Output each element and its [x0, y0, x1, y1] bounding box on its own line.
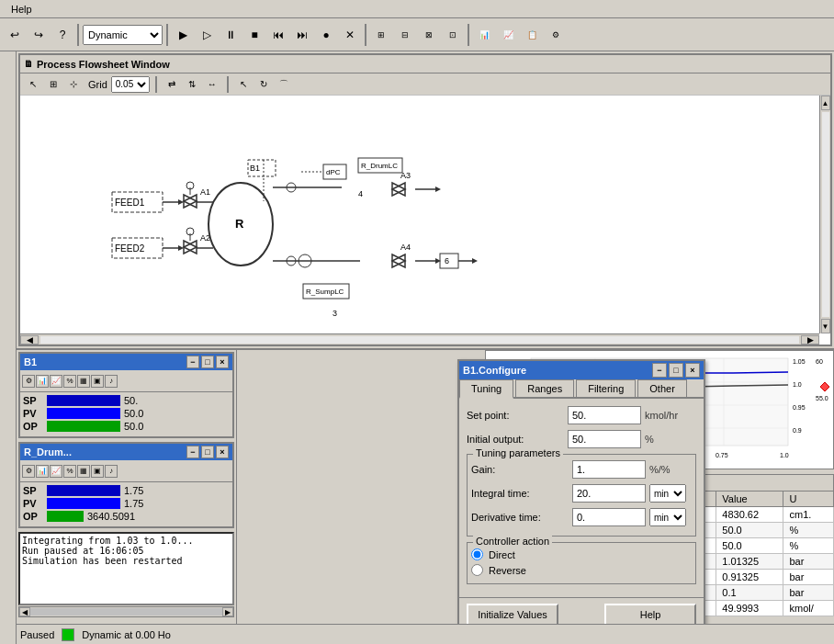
- tb6[interactable]: 📈: [497, 24, 519, 46]
- ctrl2-tb3[interactable]: 📈: [50, 465, 62, 478]
- mode-select[interactable]: Dynamic Steady State: [83, 25, 163, 45]
- toolbar-redo[interactable]: ↪: [28, 24, 50, 46]
- ctrl2-close[interactable]: ×: [216, 446, 229, 458]
- fs-sep2: [227, 76, 229, 93]
- log-scroll-right[interactable]: ▶: [222, 607, 233, 616]
- ctrl1-min[interactable]: −: [186, 356, 199, 368]
- dialog-max[interactable]: □: [669, 363, 683, 378]
- ctrl1-tb2[interactable]: 📊: [36, 375, 49, 388]
- ctrl1-tb3[interactable]: 📈: [50, 375, 62, 388]
- ctrl2-tb2[interactable]: 📊: [36, 465, 49, 478]
- dialog-min[interactable]: −: [652, 363, 667, 378]
- tab-tuning[interactable]: Tuning: [459, 379, 513, 399]
- derivative-input[interactable]: [572, 508, 646, 526]
- ctrl1-tb-music[interactable]: ♪: [105, 375, 118, 388]
- ctrl2-titlebar: R_Drum... − □ ×: [20, 444, 232, 460]
- ctrl2-max[interactable]: □: [201, 446, 214, 458]
- tab-ranges[interactable]: Ranges: [515, 379, 574, 397]
- ctrl1-window: B1 − □ × ⚙ 📊 📈 % ▦ ▣ ♪: [18, 352, 234, 438]
- fs-cursor[interactable]: ↖: [234, 75, 253, 94]
- ctrl1-body: SP 50. PV 50.0 OP 50.0: [20, 392, 232, 436]
- flowsheet-icon: 🗎: [24, 59, 33, 69]
- ctrl1-titlebar: B1 − □ ×: [20, 354, 232, 370]
- initial-output-unit: %: [645, 434, 654, 445]
- ctrl1-tb-percent[interactable]: %: [63, 375, 76, 388]
- dialog-tabs: Tuning Ranges Filtering Other: [459, 379, 704, 399]
- ctrl1-tb4[interactable]: ▦: [77, 375, 90, 388]
- pause-btn[interactable]: ⏸: [220, 24, 242, 46]
- ctrl1-close[interactable]: ×: [216, 356, 229, 368]
- svg-text:6: 6: [445, 256, 449, 266]
- tb5[interactable]: 📊: [473, 24, 495, 46]
- settings-btn[interactable]: ✕: [339, 24, 361, 46]
- toolbar-undo[interactable]: ↩: [4, 24, 26, 46]
- tb4[interactable]: ⊡: [442, 24, 464, 46]
- ctrl2-window: R_Drum... − □ × ⚙ 📊 📈 % ▦ ▣: [18, 442, 234, 528]
- gain-input[interactable]: [572, 460, 646, 479]
- dialog-close[interactable]: ×: [685, 363, 700, 378]
- fs-connect[interactable]: ⌒: [275, 75, 293, 94]
- initial-output-label: Initial output:: [467, 434, 568, 445]
- record-btn[interactable]: ●: [315, 24, 337, 46]
- tb7[interactable]: 📋: [521, 24, 543, 46]
- tb8[interactable]: ⚙: [545, 24, 567, 46]
- svg-marker-3: [178, 199, 184, 205]
- ctrl2-tb4[interactable]: ▦: [77, 465, 90, 478]
- integral-unit-select[interactable]: min s: [649, 484, 686, 503]
- ctrl2-sp-bar: [47, 485, 120, 496]
- ctrl2-tb-music[interactable]: ♪: [105, 465, 118, 478]
- rewind-btn[interactable]: ⏮: [267, 24, 289, 46]
- tb3[interactable]: ⊠: [418, 24, 440, 46]
- direct-radio[interactable]: [471, 548, 483, 560]
- fs-arrange1[interactable]: ⇄: [163, 75, 181, 94]
- ctrl1-tb1[interactable]: ⚙: [22, 375, 35, 388]
- log-line1: Integrating from 1.03 to 1.0...: [22, 536, 231, 546]
- ctrl2-tb-percent[interactable]: %: [63, 465, 76, 478]
- stop-btn[interactable]: ■: [243, 24, 265, 46]
- tuning-params-group: Tuning parameters Gain: %/% In: [467, 454, 696, 537]
- fs-arrange2[interactable]: ⇅: [183, 75, 201, 94]
- tb1[interactable]: ⊞: [370, 24, 392, 46]
- fs-rotate[interactable]: ↻: [254, 75, 273, 94]
- fs-btn1[interactable]: ↖: [24, 75, 42, 94]
- integral-input[interactable]: [572, 484, 646, 503]
- cell-unit: bar: [783, 554, 834, 570]
- log-scroll-left[interactable]: ◀: [19, 607, 30, 616]
- fast-fwd-btn[interactable]: ⏭: [291, 24, 313, 46]
- ctrl2-tb1[interactable]: ⚙: [22, 465, 35, 478]
- help-btn[interactable]: Help: [604, 604, 696, 624]
- ctrl1-tb5[interactable]: ▣: [91, 375, 104, 388]
- fs-sep: [155, 76, 157, 93]
- tb2[interactable]: ⊟: [394, 24, 416, 46]
- initialize-btn[interactable]: Initialize Values: [467, 604, 558, 624]
- toolbar-help[interactable]: ?: [51, 24, 73, 46]
- play-btn[interactable]: ▶: [172, 24, 194, 46]
- menu-help[interactable]: Help: [4, 2, 39, 17]
- status-bar: Paused Dynamic at 0.00 Ho: [17, 624, 834, 644]
- derivative-unit-select[interactable]: min s: [649, 508, 686, 526]
- ctrl2-sp-value: 1.75: [124, 485, 143, 496]
- fs-btn2[interactable]: ⊞: [44, 75, 62, 94]
- cell-value: 0.91325: [716, 570, 783, 585]
- set-point-input[interactable]: [568, 406, 641, 424]
- ctrl2-min[interactable]: −: [186, 446, 199, 458]
- step-btn[interactable]: ▷: [196, 24, 218, 46]
- ctrl1-max[interactable]: □: [201, 356, 214, 368]
- cell-unit: %: [783, 523, 834, 538]
- grid-select[interactable]: 0.05 0.1 0.25: [111, 76, 150, 93]
- tab-other[interactable]: Other: [637, 379, 687, 397]
- svg-text:4: 4: [358, 189, 363, 198]
- svg-text:R_SumpLC: R_SumpLC: [306, 288, 344, 296]
- fs-btn3[interactable]: ⊹: [64, 75, 83, 94]
- h-scrollbar[interactable]: ◀ ▶: [20, 333, 819, 345]
- fs-arrange3[interactable]: ↔: [203, 75, 221, 94]
- svg-marker-35: [435, 186, 441, 192]
- initial-output-input[interactable]: [568, 430, 641, 448]
- ctrl2-tb5[interactable]: ▣: [91, 465, 104, 478]
- ctrl2-sp-row: SP 1.75: [23, 485, 230, 496]
- v-scrollbar[interactable]: ▲ ▼: [819, 96, 830, 333]
- sep2: [166, 24, 168, 46]
- reverse-radio[interactable]: [471, 564, 483, 576]
- log-scrollbar[interactable]: ◀ ▶: [18, 606, 234, 617]
- tab-filtering[interactable]: Filtering: [576, 379, 636, 397]
